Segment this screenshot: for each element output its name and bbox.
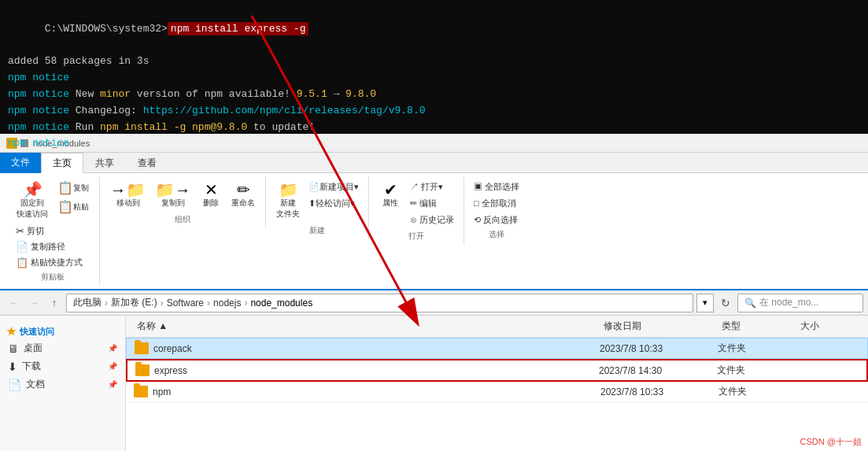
easy-access-button[interactable]: ⬆轻松访问▾: [305, 196, 362, 211]
col-name[interactable]: 名称 ▲: [134, 318, 600, 335]
ribbon-group-new: 📁 新建文件夹 📄新建项目▾ ⬆轻松访问▾ 新建: [266, 176, 369, 239]
paste-icon: 📋: [57, 201, 73, 213]
sidebar-pin-documents: 📌: [108, 380, 117, 389]
properties-icon: ✔: [384, 182, 397, 198]
terminal-line-2: npm notice: [8, 70, 860, 87]
ribbon-group-open: ✔ 属性 ↗ 打开▾ ✏ 编辑 ⊙ 历史记录 打开: [369, 176, 464, 245]
invert-selection-button[interactable]: ⟲ 反向选择: [471, 213, 523, 227]
file-row-npm[interactable]: npm 2023/7/8 10:33 文件夹: [126, 382, 868, 402]
search-placeholder: 在 node_mo...: [759, 296, 818, 309]
paste-shortcut-button[interactable]: 📋粘贴快捷方式: [13, 255, 93, 270]
sidebar-downloads-label: 下载: [22, 360, 41, 373]
select-all-button[interactable]: ▣ 全部选择: [471, 179, 523, 194]
search-bar[interactable]: 🔍 在 node_mo...: [737, 294, 863, 312]
ribbon-tabs: 文件 主页 共享 查看: [0, 153, 868, 173]
terminal-prompt-line: C:\WINDOWS\system32>npm install express …: [8, 5, 860, 54]
corepack-date: 2023/7/8 10:33: [600, 343, 718, 354]
copy-to-icon: 📁→: [155, 182, 190, 198]
col-date[interactable]: 修改日期: [600, 318, 718, 335]
organize-label: 组织: [175, 214, 190, 225]
col-type[interactable]: 类型: [718, 318, 797, 335]
desktop-icon: 🖥: [8, 342, 19, 355]
express-name-cell: express: [135, 364, 599, 376]
forward-button[interactable]: →: [25, 294, 42, 312]
open-button[interactable]: ↗ 打开▾: [407, 179, 457, 194]
tab-file[interactable]: 文件: [0, 153, 41, 173]
edit-button[interactable]: ✏ 编辑: [407, 196, 457, 211]
terminal-line-6: npm notice: [8, 135, 860, 152]
breadcrumb[interactable]: 此电脑 › 新加卷 (E:) › Software › nodejs › nod…: [66, 294, 693, 312]
sidebar-pin-desktop: 📌: [108, 344, 117, 353]
sidebar-item-downloads[interactable]: ⬇ 下载 📌: [0, 357, 125, 375]
npm-folder-icon: [134, 386, 148, 397]
paste-button[interactable]: 📋 粘贴: [54, 198, 93, 216]
cut-button[interactable]: ✂剪切: [13, 224, 93, 238]
delete-icon: ✕: [205, 182, 218, 198]
sidebar-quick-access-header: ★ 快速访问: [0, 322, 125, 339]
open-small-buttons: ↗ 打开▾ ✏ 编辑 ⊙ 历史记录: [407, 179, 457, 227]
npm-name-cell: npm: [134, 386, 600, 397]
file-row-corepack[interactable]: corepack 2023/7/8 10:33 文件夹: [126, 338, 868, 359]
breadcrumb-sep-3: ›: [207, 298, 210, 309]
downloads-icon: ⬇: [8, 360, 17, 373]
star-icon: ★: [6, 325, 17, 338]
col-size[interactable]: 大小: [797, 318, 860, 335]
file-row-express[interactable]: express 2023/7/8 14:30 文件夹: [126, 359, 868, 382]
file-table-header: 名称 ▲ 修改日期 类型 大小: [126, 316, 868, 338]
tab-view[interactable]: 查看: [126, 153, 168, 173]
breadcrumb-sep-1: ›: [105, 298, 108, 309]
breadcrumb-current: node_modules: [250, 298, 312, 309]
quick-access-label: 快速访问: [20, 326, 54, 338]
deselect-all-button[interactable]: □ 全部取消: [471, 196, 523, 211]
corepack-folder-icon: [135, 342, 149, 354]
terminal-line-5: npm notice Run npm install -g npm@9.8.0 …: [8, 120, 860, 136]
tab-share[interactable]: 共享: [83, 153, 126, 173]
back-button[interactable]: ←: [5, 294, 22, 312]
terminal-line-3: npm notice New minor version of npm avai…: [8, 87, 860, 103]
file-explorer: node_modules 文件 主页 共享 查看 📌 固定到快速访问: [0, 134, 868, 451]
move-to-button[interactable]: →📁 移动到: [106, 179, 150, 211]
breadcrumb-software[interactable]: Software: [167, 298, 204, 309]
open-label: 打开: [408, 231, 424, 242]
file-list-area: ★ 快速访问 🖥 桌面 📌 ⬇ 下载 📌 📄 文档 📌: [0, 316, 868, 451]
refresh-button[interactable]: ↻: [717, 294, 734, 312]
search-icon: 🔍: [744, 298, 756, 309]
breadcrumb-sep-4: ›: [244, 298, 247, 309]
pin-to-quickaccess-button[interactable]: 📌 固定到快速访问: [13, 179, 52, 222]
delete-button[interactable]: ✕ 删除: [196, 179, 226, 211]
copy-path-button[interactable]: 📄复制路径: [13, 239, 93, 254]
new-folder-button[interactable]: 📁 新建文件夹: [272, 179, 304, 222]
new-item-button[interactable]: 📄新建项目▾: [305, 179, 362, 194]
corepack-name-cell: corepack: [135, 342, 600, 354]
clipboard-small-buttons: ✂剪切 📄复制路径 📋粘贴快捷方式: [13, 224, 93, 270]
clipboard-top-row: 📌 固定到快速访问 📋 复制 📋 粘贴: [13, 179, 93, 222]
sidebar-item-desktop[interactable]: 🖥 桌面 📌: [0, 339, 125, 357]
tab-home[interactable]: 主页: [41, 153, 83, 173]
copy-paste-column: 📋 复制 📋 粘贴: [54, 179, 93, 222]
new-row: 📁 新建文件夹 📄新建项目▾ ⬆轻松访问▾: [272, 179, 362, 222]
breadcrumb-dropdown[interactable]: ▾: [696, 294, 714, 312]
breadcrumb-drive[interactable]: 新加卷 (E:): [111, 296, 157, 309]
up-button[interactable]: ↑: [46, 294, 63, 312]
terminal-command: npm install express -g: [168, 22, 309, 35]
express-type: 文件夹: [717, 364, 796, 377]
sidebar-item-documents[interactable]: 📄 文档 📌: [0, 375, 125, 394]
move-icon: →📁: [110, 182, 146, 198]
scissors-icon: ✂: [16, 225, 24, 237]
corepack-name: corepack: [153, 343, 192, 354]
select-label: 选择: [489, 229, 504, 240]
rename-button[interactable]: ✏ 重命名: [227, 179, 259, 211]
history-button[interactable]: ⊙ 历史记录: [407, 213, 457, 227]
sidebar-pin-downloads: 📌: [108, 362, 117, 371]
copy-button[interactable]: 📋 复制: [54, 179, 93, 197]
npm-date: 2023/7/8 10:33: [600, 386, 718, 397]
sidebar-documents-label: 文档: [26, 378, 45, 391]
pin-icon: 📌: [23, 182, 42, 198]
breadcrumb-nodejs[interactable]: nodejs: [213, 298, 241, 309]
breadcrumb-computer[interactable]: 此电脑: [73, 296, 102, 309]
ribbon-group-organize: →📁 移动到 📁→ 复制到 ✕ 删除 ✏ 重命名: [100, 176, 266, 228]
copy-path-icon: 📄: [16, 241, 28, 253]
npm-name: npm: [153, 386, 171, 397]
properties-button[interactable]: ✔ 属性: [375, 179, 405, 227]
copy-to-button[interactable]: 📁→ 复制到: [151, 179, 194, 211]
